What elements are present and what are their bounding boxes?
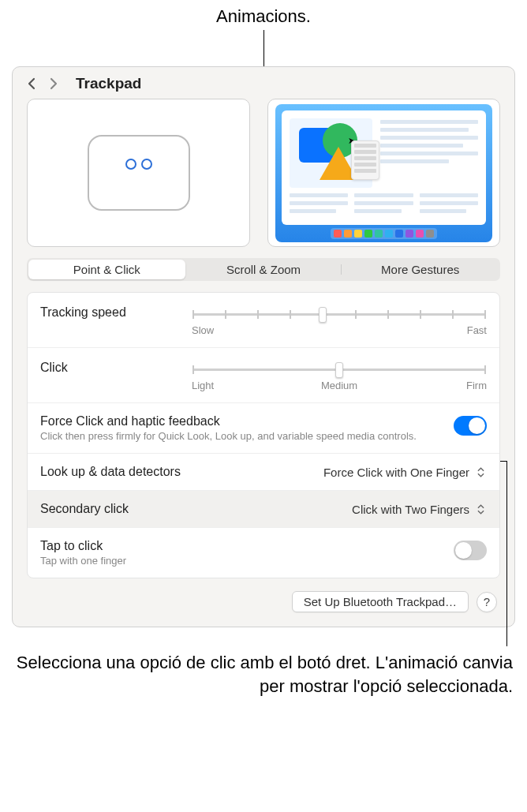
chevron-updown-icon [474, 465, 487, 479]
window-header: Trackpad [13, 67, 514, 99]
click-label: Click [40, 359, 182, 375]
tab-bar: Point & Click Scroll & Zoom More Gesture… [27, 258, 500, 281]
tap-to-click-desc: Tap with one finger [40, 555, 444, 567]
tracking-speed-slider[interactable]: Slow Fast [192, 304, 487, 336]
callout-leader-line-top [264, 30, 264, 66]
finger-dot-icon [141, 159, 152, 170]
tap-to-click-label: Tap to click [40, 539, 444, 553]
trackpad-icon [88, 135, 190, 211]
callout-leader-line-bottom [506, 461, 507, 646]
context-menu-icon [351, 140, 379, 180]
settings-list: Tracking speed Slow Fast Click Light Med… [27, 292, 500, 578]
dock-icon [331, 228, 437, 239]
trackpad-animation-preview [27, 99, 250, 247]
force-click-desc: Click then press firmly for Quick Look, … [40, 430, 444, 442]
finger-dot-icon [125, 159, 136, 170]
settings-window: Trackpad ➤ [12, 66, 515, 627]
callout-bottom-label: Selecciona una opció de clic amb el botó… [0, 627, 527, 705]
setup-bluetooth-button[interactable]: Set Up Bluetooth Trackpad… [292, 591, 469, 612]
secondary-click-label: Secondary click [40, 502, 129, 516]
secondary-click-row: Secondary click Click with Two Fingers [28, 491, 499, 528]
tab-scroll-and-zoom[interactable]: Scroll & Zoom [185, 260, 342, 279]
forward-button[interactable] [46, 76, 62, 92]
force-click-label: Force Click and haptic feedback [40, 414, 444, 428]
tracking-speed-label: Tracking speed [40, 304, 182, 320]
force-click-toggle[interactable] [454, 416, 487, 436]
tap-to-click-toggle[interactable] [454, 541, 487, 560]
chevron-updown-icon [474, 502, 487, 516]
secondary-click-dropdown[interactable]: Click with Two Fingers [352, 502, 487, 516]
help-button[interactable]: ? [477, 592, 497, 612]
tracking-speed-row: Tracking speed Slow Fast [28, 293, 499, 348]
force-click-row: Force Click and haptic feedback Click th… [28, 403, 499, 454]
tab-more-gestures[interactable]: More Gestures [342, 260, 499, 279]
look-up-row: Look up & data detectors Force Click wit… [28, 454, 499, 491]
click-slider[interactable]: Light Medium Firm [192, 359, 487, 391]
back-button[interactable] [24, 76, 39, 92]
look-up-dropdown[interactable]: Force Click with One Finger [323, 465, 487, 479]
click-row: Click Light Medium Firm [28, 348, 499, 403]
callout-top-label: Animacions. [0, 0, 527, 30]
preview-row: ➤ [13, 99, 514, 247]
look-up-label: Look up & data detectors [40, 465, 181, 479]
screen-animation-preview: ➤ [267, 99, 500, 247]
footer-row: Set Up Bluetooth Trackpad… ? [13, 578, 514, 612]
page-title: Trackpad [76, 75, 141, 92]
tap-to-click-row: Tap to click Tap with one finger [28, 528, 499, 578]
tab-point-and-click[interactable]: Point & Click [28, 260, 185, 279]
